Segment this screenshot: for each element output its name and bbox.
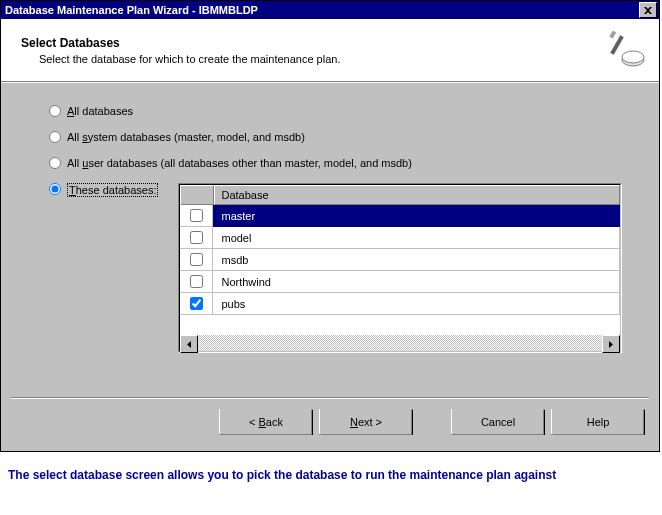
table-row[interactable]: model (180, 227, 620, 249)
wizard-window: Database Maintenance Plan Wizard - IBMMB… (0, 0, 660, 452)
radio-all-input[interactable] (49, 105, 61, 117)
radio-system-databases[interactable]: All system databases (master, model, and… (49, 131, 641, 143)
triangle-left-icon (187, 341, 191, 348)
back-button[interactable]: < Back (219, 409, 313, 435)
close-button[interactable] (639, 2, 657, 18)
radio-all-label: All databases (67, 105, 133, 117)
radio-system-label: All system databases (master, model, and… (67, 131, 305, 143)
table-row[interactable]: pubs (180, 293, 620, 315)
radio-user-databases[interactable]: All user databases (all databases other … (49, 157, 641, 169)
scroll-right-button[interactable] (602, 335, 620, 353)
row-database-name: pubs (213, 293, 620, 315)
row-database-name: Northwind (213, 271, 620, 293)
window-title: Database Maintenance Plan Wizard - IBMMB… (5, 4, 258, 16)
radio-user-label: All user databases (all databases other … (67, 157, 412, 169)
svg-point-1 (622, 51, 644, 63)
radio-these-label: These databases: (67, 183, 158, 197)
main-content: All databases All system databases (mast… (1, 82, 659, 383)
row-checkbox-cell (180, 293, 213, 315)
horizontal-scrollbar[interactable] (180, 335, 620, 351)
radio-these-input[interactable] (49, 183, 61, 195)
wizard-icon (603, 30, 647, 70)
svg-rect-3 (609, 30, 616, 38)
scroll-left-button[interactable] (180, 335, 198, 353)
radio-all-databases[interactable]: All databases (49, 105, 641, 117)
column-header-database[interactable]: Database (214, 185, 620, 205)
table-row[interactable]: master (180, 205, 620, 227)
wizard-header: Select Databases Select the database for… (1, 19, 659, 82)
next-button[interactable]: Next > (319, 409, 413, 435)
scroll-track[interactable] (198, 335, 602, 351)
row-checkbox[interactable] (190, 275, 203, 288)
database-list-header: Database (180, 185, 620, 205)
button-row: < Back Next > Cancel Help (1, 409, 659, 451)
row-checkbox-cell (180, 271, 213, 293)
radio-system-input[interactable] (49, 131, 61, 143)
row-database-name: model (213, 227, 620, 249)
row-checkbox[interactable] (190, 297, 203, 310)
divider (1, 397, 659, 399)
row-checkbox[interactable] (190, 209, 203, 222)
row-checkbox[interactable] (190, 231, 203, 244)
column-header-check[interactable] (180, 185, 214, 205)
row-checkbox-cell (180, 227, 213, 249)
svg-rect-2 (610, 35, 623, 54)
row-checkbox[interactable] (190, 253, 203, 266)
cancel-button[interactable]: Cancel (451, 409, 545, 435)
triangle-right-icon (609, 341, 613, 348)
radio-these-databases[interactable]: These databases: Database mastermodelmsd… (49, 183, 641, 353)
row-checkbox-cell (180, 249, 213, 271)
page-description: Select the database for which to create … (39, 53, 603, 65)
titlebar: Database Maintenance Plan Wizard - IBMMB… (1, 1, 659, 19)
database-list: Database mastermodelmsdbNorthwindpubs (178, 183, 622, 353)
row-database-name: master (213, 205, 620, 227)
row-checkbox-cell (180, 205, 213, 227)
page-title: Select Databases (21, 36, 603, 50)
radio-user-input[interactable] (49, 157, 61, 169)
figure-caption: The select database screen allows you to… (0, 452, 662, 494)
table-row[interactable]: Northwind (180, 271, 620, 293)
help-button[interactable]: Help (551, 409, 645, 435)
table-row[interactable]: msdb (180, 249, 620, 271)
close-icon (644, 7, 652, 14)
row-database-name: msdb (213, 249, 620, 271)
